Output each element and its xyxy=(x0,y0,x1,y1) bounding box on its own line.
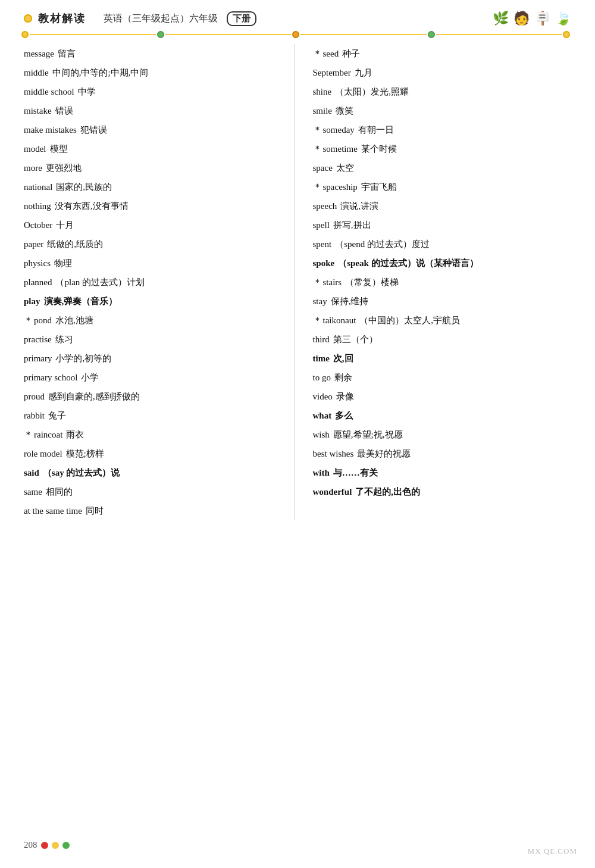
header-icons: 🌿 🧑 🪧 🍃 xyxy=(493,11,571,26)
entry-word: physics xyxy=(24,256,51,270)
entry-meaning: 犯错误 xyxy=(80,123,107,137)
entry-word: role model xyxy=(24,447,62,461)
list-item: ＊raincoat雨衣 xyxy=(24,425,283,444)
entry-meaning: 小学的,初等的 xyxy=(55,351,111,366)
list-item: September九月 xyxy=(313,63,572,82)
list-item: speech演说,讲演 xyxy=(313,196,572,216)
list-item: wish愿望,希望;祝,祝愿 xyxy=(313,425,572,444)
list-item: ＊someday有朝一日 xyxy=(313,120,572,139)
timeline-dot-2 xyxy=(292,31,299,38)
list-item: rabbit兔子 xyxy=(24,406,283,425)
entry-meaning: （太阳）发光,照耀 xyxy=(335,85,409,99)
entry-word: third xyxy=(313,332,330,346)
list-item: physics物理 xyxy=(24,254,283,273)
entry-meaning: 中学 xyxy=(78,85,96,99)
entry-meaning: 了不起的,出色的 xyxy=(355,485,420,499)
timeline-line-2 xyxy=(165,34,292,35)
header-tag: 下册 xyxy=(227,11,256,26)
list-item: October十月 xyxy=(24,216,283,235)
entry-word: spent xyxy=(313,237,332,251)
entry-word: same xyxy=(24,485,42,499)
list-item: message留言 xyxy=(24,44,283,63)
list-item: ＊taikonaut（中国的）太空人,宇航员 xyxy=(313,311,572,330)
entry-meaning: 演奏,弹奏（音乐） xyxy=(44,294,118,308)
entry-meaning: 第三（个） xyxy=(333,332,378,346)
page-footer: 208 xyxy=(24,840,70,850)
entry-meaning: 模型 xyxy=(50,142,68,156)
entry-word: sometime xyxy=(323,142,358,156)
entry-word: nothing xyxy=(24,199,51,213)
list-item: space太空 xyxy=(313,158,572,177)
footer-dot-red xyxy=(41,842,48,849)
entry-meaning: 拼写,拼出 xyxy=(333,218,371,232)
entry-meaning: 宇宙飞船 xyxy=(361,180,397,194)
asterisk-marker: ＊ xyxy=(313,123,322,137)
list-item: said（say 的过去式）说 xyxy=(24,463,283,482)
list-item: mistake错误 xyxy=(24,101,283,120)
entry-meaning: 国家的,民族的 xyxy=(56,180,112,194)
list-item: to go剩余 xyxy=(313,368,572,387)
asterisk-marker: ＊ xyxy=(24,313,33,327)
entry-meaning: 物理 xyxy=(54,256,72,270)
entry-meaning: 微笑 xyxy=(336,104,353,118)
entry-meaning: （speak 的过去式）说（某种语言） xyxy=(338,256,478,270)
timeline-dot-3 xyxy=(428,31,435,38)
entry-word: October xyxy=(24,218,52,232)
entry-meaning: 演说,讲演 xyxy=(340,199,378,213)
entry-meaning: 与……有关 xyxy=(333,466,378,480)
entry-meaning: 十月 xyxy=(56,218,74,232)
entry-meaning: 同时 xyxy=(86,504,104,518)
entry-meaning: 多么 xyxy=(335,408,353,423)
list-item: more更强烈地 xyxy=(24,158,283,177)
footer-dot-green xyxy=(62,842,70,849)
watermark: MX QE.COM xyxy=(528,847,577,856)
list-item: ＊seed种子 xyxy=(313,44,572,63)
entry-word: with xyxy=(313,466,330,480)
entry-meaning: 剩余 xyxy=(334,370,352,385)
entry-meaning: 留言 xyxy=(58,46,76,61)
entry-word: paper xyxy=(24,237,43,251)
entry-word: spaceship xyxy=(323,180,358,194)
entry-meaning: 小学 xyxy=(81,370,99,385)
entry-word: wish xyxy=(313,427,330,442)
entry-word: more xyxy=(24,161,42,175)
entry-word: primary school xyxy=(24,370,77,385)
entry-word: taikonaut xyxy=(323,313,356,327)
list-item: middle school中学 xyxy=(24,82,283,101)
entry-word: seed xyxy=(323,46,339,61)
entry-meaning: 中间的,中等的;中期,中间 xyxy=(52,65,149,80)
entry-word: stairs xyxy=(323,275,342,289)
entry-word: mistake xyxy=(24,104,52,118)
entry-meaning: 有朝一日 xyxy=(358,123,394,137)
entry-word: someday xyxy=(323,123,355,137)
grass-icon: 🌿 xyxy=(493,11,509,26)
list-item: model模型 xyxy=(24,139,283,158)
entry-word: spell xyxy=(313,218,330,232)
entry-word: space xyxy=(313,161,333,175)
entry-word: primary xyxy=(24,351,52,366)
entry-word: at the same time xyxy=(24,504,82,518)
entry-word: rabbit xyxy=(24,408,45,423)
entry-word: play xyxy=(24,294,40,308)
entry-meaning: 次,回 xyxy=(333,351,353,366)
list-item: third第三（个） xyxy=(313,330,572,349)
list-item: national国家的,民族的 xyxy=(24,177,283,196)
list-item: shine（太阳）发光,照耀 xyxy=(313,82,572,101)
entry-meaning: 兔子 xyxy=(48,408,66,423)
entry-word: model xyxy=(24,142,46,156)
list-item: what多么 xyxy=(313,406,572,425)
timeline-dot-1 xyxy=(157,31,164,38)
entry-word: speech xyxy=(313,199,337,213)
entry-meaning: 没有东西,没有事情 xyxy=(55,199,129,213)
entry-meaning: 模范;榜样 xyxy=(66,447,104,461)
list-item: play演奏,弹奏（音乐） xyxy=(24,292,283,311)
asterisk-marker: ＊ xyxy=(313,180,322,194)
asterisk-marker: ＊ xyxy=(313,313,322,327)
entry-meaning: 雨衣 xyxy=(66,427,84,442)
person-icon: 🧑 xyxy=(513,11,530,26)
list-item: time次,回 xyxy=(313,349,572,368)
list-item: ＊stairs（常复）楼梯 xyxy=(313,273,572,292)
entry-word: video xyxy=(313,389,333,404)
entry-meaning: （plan 的过去式）计划 xyxy=(55,275,145,289)
timeline-line-1 xyxy=(30,34,156,35)
